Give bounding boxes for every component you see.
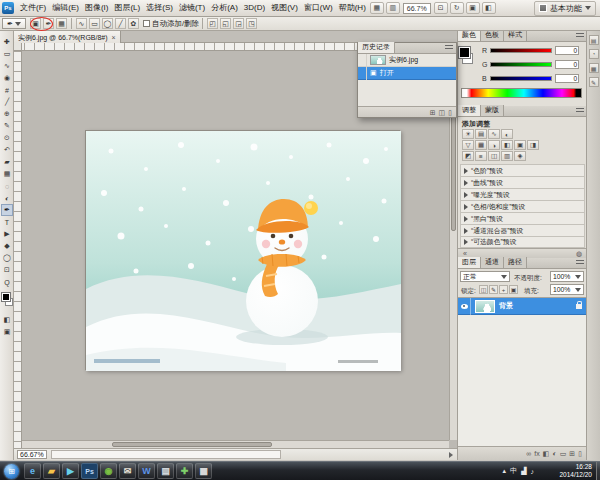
input-language-indicator[interactable]: 中 [510, 466, 517, 476]
posterize-icon[interactable]: ≡ [475, 151, 487, 161]
expand-triangle-icon[interactable] [464, 168, 468, 174]
expand-triangle-icon[interactable] [464, 192, 468, 198]
threshold-icon[interactable]: ◫ [488, 151, 500, 161]
bridge-icon[interactable]: ▦ [370, 2, 384, 14]
menu-help[interactable]: 帮助(H) [336, 0, 369, 16]
paths-mode-icon[interactable]: ✒ [43, 18, 54, 29]
menu-window[interactable]: 窗口(W) [301, 0, 336, 16]
zoom-level-field[interactable]: 66.7% [403, 3, 431, 14]
add-shape-icon[interactable]: ◰ [207, 18, 218, 29]
visibility-toggle[interactable] [458, 298, 471, 315]
taskbar-app-notepad[interactable]: ▤ [157, 463, 174, 479]
shape-tool[interactable]: ◆ [1, 240, 13, 252]
selective-color-presets-row[interactable]: “可选颜色”预设 [460, 236, 585, 248]
rectangle-shape-icon[interactable]: ▭ [89, 18, 100, 29]
new-document-from-state-icon[interactable]: ⊞ [430, 109, 436, 116]
taskbar-app-mail[interactable]: ✉ [119, 463, 136, 479]
menu-image[interactable]: 图像(I) [82, 0, 112, 16]
clone-stamp-tool[interactable]: ⊙ [1, 132, 13, 144]
layer-thumbnail[interactable] [475, 300, 495, 313]
panel-menu-icon[interactable] [576, 33, 584, 39]
opacity-field[interactable]: 100% [550, 271, 584, 282]
auto-add-delete-checkbox[interactable] [143, 20, 150, 27]
curves-presets-row[interactable]: “曲线”预设 [460, 176, 585, 188]
tool-preset-picker[interactable]: ✒ [2, 18, 26, 29]
status-arrow-icon[interactable] [449, 452, 453, 458]
new-snapshot-icon[interactable]: ◫ [439, 109, 446, 116]
channel-mixer-icon[interactable]: ◨ [527, 140, 539, 150]
taskbar-app-ie[interactable]: e [24, 463, 41, 479]
background-layer-row[interactable]: 背景 [458, 298, 587, 315]
freeform-pen-icon[interactable]: ∿ [76, 18, 87, 29]
taskbar-app-security[interactable]: ✚ [176, 463, 193, 479]
rotate-view-icon[interactable]: ↻ [450, 2, 464, 14]
menu-select[interactable]: 选择(S) [143, 0, 176, 16]
move-tool[interactable]: ✚ [1, 36, 13, 48]
document-tab[interactable]: 实例6.jpg @ 66.7%(RGB/8#) × [14, 31, 121, 43]
channel-mixer-presets-row[interactable]: “通道混合器”预设 [460, 224, 585, 236]
vibrance-icon[interactable]: ▽ [462, 140, 474, 150]
panel-menu-icon[interactable] [445, 45, 453, 51]
clip-to-layer-icon[interactable]: ◍ [576, 250, 582, 258]
menu-file[interactable]: 文件(F) [17, 0, 49, 16]
custom-shape-icon[interactable]: ✿ [128, 18, 139, 29]
expand-triangle-icon[interactable] [464, 204, 468, 210]
invert-icon[interactable]: ◩ [462, 151, 474, 161]
eyedropper-tool[interactable]: ╱ [1, 96, 13, 108]
panel-menu-icon[interactable] [576, 108, 584, 114]
hidden-icons-arrow[interactable]: ▴ [503, 467, 507, 475]
collapsed-panel-icon-1[interactable]: ▤ [589, 35, 599, 45]
hue-saturation-icon[interactable]: ▦ [475, 140, 487, 150]
green-slider[interactable] [490, 62, 552, 67]
taskbar-app-explorer[interactable]: ▰ [43, 463, 60, 479]
line-shape-icon[interactable]: ╱ [115, 18, 126, 29]
curves-icon[interactable]: ∿ [488, 129, 500, 139]
collapsed-panel-icon-3[interactable]: ▦ [589, 63, 599, 73]
type-tool[interactable]: T [1, 216, 13, 228]
shape-layers-icon[interactable]: ▣ [30, 18, 41, 29]
horizontal-scrollbar[interactable] [22, 440, 449, 448]
quick-mask-button[interactable]: ◧ [1, 314, 13, 326]
menu-3d[interactable]: 3D(D) [241, 0, 268, 16]
zoom-tool[interactable]: Q [1, 276, 13, 288]
black-white-presets-row[interactable]: “黑白”预设 [460, 212, 585, 224]
lasso-tool[interactable]: ∿ [1, 60, 13, 72]
blur-tool[interactable]: ◌ [1, 180, 13, 192]
panel-menu-icon[interactable] [576, 260, 584, 266]
taskbar-clock[interactable]: 16:28 2014/12/20 [540, 463, 592, 479]
history-state-row[interactable]: ▣ 打开 [358, 67, 456, 80]
expand-triangle-icon[interactable] [464, 216, 468, 222]
levels-icon[interactable]: ▤ [475, 129, 487, 139]
taskbar-app-word[interactable]: W [138, 463, 155, 479]
delete-state-icon[interactable]: ▯ [448, 109, 452, 116]
workspace-switcher[interactable]: 基本功能 [534, 1, 596, 16]
tab-swatches[interactable]: 色板 [481, 30, 504, 41]
menu-filter[interactable]: 滤镜(T) [176, 0, 208, 16]
expand-panel-icon[interactable]: « [463, 250, 467, 257]
quick-selection-tool[interactable]: ◉ [1, 72, 13, 84]
exposure-icon[interactable]: ◐ [501, 129, 513, 139]
red-slider[interactable] [490, 48, 552, 53]
adjustment-layer-icon[interactable]: ◐ [552, 450, 556, 457]
expand-triangle-icon[interactable] [464, 180, 468, 186]
document-image[interactable] [85, 130, 400, 370]
fill-field[interactable]: 100% [550, 284, 584, 295]
dodge-tool[interactable]: ◐ [1, 192, 13, 204]
menu-view[interactable]: 视图(V) [268, 0, 301, 16]
red-value-field[interactable]: 0 [555, 46, 579, 55]
link-layers-icon[interactable]: ∞ [526, 450, 531, 457]
taskbar-app-browser[interactable]: ◉ [100, 463, 117, 479]
history-source-checkbox[interactable] [358, 67, 367, 80]
collapsed-panel-icon-4[interactable]: ✎ [589, 77, 599, 87]
show-desktop-button[interactable] [596, 462, 600, 480]
tab-styles[interactable]: 样式 [504, 30, 527, 41]
view-extras-icon[interactable]: ▥ [386, 2, 400, 14]
history-snapshot-row[interactable]: 实例6.jpg [358, 54, 456, 67]
network-icon[interactable]: ▟ [521, 467, 526, 475]
lock-transparent-icon[interactable]: ◫ [479, 285, 488, 294]
screen-mode-button[interactable]: ▣ [1, 326, 13, 338]
gradient-tool[interactable]: ▦ [1, 168, 13, 180]
gradient-map-icon[interactable]: ▥ [501, 151, 513, 161]
lock-position-icon[interactable]: + [499, 285, 508, 294]
history-brush-tool[interactable]: ↶ [1, 144, 13, 156]
